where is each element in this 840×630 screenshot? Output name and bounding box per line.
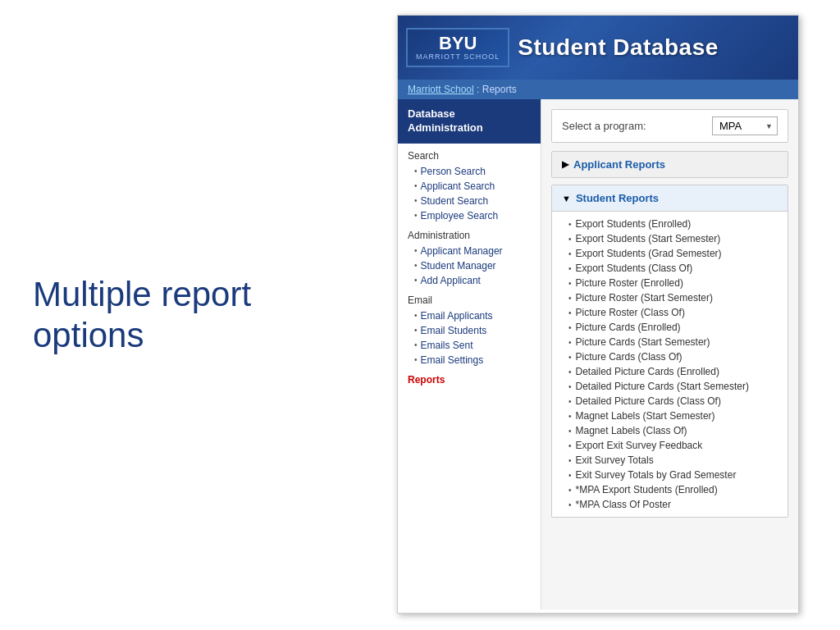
applicant-reports-section: ▶ Applicant Reports	[551, 151, 788, 178]
report-item-export-classof[interactable]: Export Students (Class Of)	[562, 261, 778, 276]
report-item-picture-cards-enrolled[interactable]: Picture Cards (Enrolled)	[562, 320, 778, 335]
student-reports-content: Export Students (Enrolled) Export Studen…	[552, 212, 788, 517]
program-selector: Select a program: MPA MBA MAcc MOB	[551, 109, 788, 143]
byu-text: BYU	[416, 34, 500, 52]
logo-area: BYU MARRIOTT SCHOOL Student Database	[406, 28, 719, 67]
report-item-picture-cards-start[interactable]: Picture Cards (Start Semester)	[562, 335, 778, 349]
report-item-mpa-export-enrolled[interactable]: *MPA Export Students (Enrolled)	[562, 482, 778, 497]
report-item-exit-survey-totals[interactable]: Exit Survey Totals	[562, 453, 778, 468]
sidebar-item-email-applicants[interactable]: Email Applicants	[398, 308, 541, 323]
sidebar-item-add-applicant[interactable]: Add Applicant	[398, 273, 541, 288]
report-item-detailed-classof[interactable]: Detailed Picture Cards (Class Of)	[562, 394, 778, 409]
report-item-mpa-classof-poster[interactable]: *MPA Class Of Poster	[562, 497, 778, 512]
sidebar-header: Database Administration	[398, 99, 541, 144]
sidebar-item-student-manager[interactable]: Student Manager	[398, 258, 541, 273]
report-item-export-start[interactable]: Export Students (Start Semester)	[562, 231, 778, 246]
main-panel: Select a program: MPA MBA MAcc MOB ▶ App…	[541, 99, 798, 609]
breadcrumb-link[interactable]: Marriott School	[408, 84, 474, 95]
report-item-magnet-classof[interactable]: Magnet Labels (Class Of)	[562, 423, 778, 438]
student-reports-header[interactable]: ▼ Student Reports	[552, 185, 788, 212]
report-item-export-exit-survey[interactable]: Export Exit Survey Feedback	[562, 438, 778, 453]
report-item-exit-survey-grad[interactable]: Exit Survey Totals by Grad Semester	[562, 468, 778, 482]
sidebar-item-applicant-manager[interactable]: Applicant Manager	[398, 244, 541, 258]
sidebar-item-applicant-search[interactable]: Applicant Search	[398, 179, 541, 194]
report-item-magnet-start[interactable]: Magnet Labels (Start Semester)	[562, 409, 778, 423]
student-reports-title: Student Reports	[576, 192, 659, 204]
sidebar-item-person-search[interactable]: Person Search	[398, 164, 541, 179]
sidebar-section-reports: Reports	[398, 368, 541, 388]
sidebar-section-search: Search	[398, 144, 541, 164]
breadcrumb-separator: :	[474, 84, 482, 95]
applicant-reports-title: Applicant Reports	[573, 158, 665, 171]
breadcrumb-current: Reports	[482, 84, 517, 95]
report-item-detailed-start[interactable]: Detailed Picture Cards (Start Semester)	[562, 379, 778, 394]
sidebar: Database Administration Search Person Se…	[398, 99, 541, 609]
applicant-arrow-icon: ▶	[562, 159, 568, 170]
report-item-export-enrolled[interactable]: Export Students (Enrolled)	[562, 217, 778, 231]
report-item-picture-roster-start[interactable]: Picture Roster (Start Semester)	[562, 290, 778, 305]
report-item-picture-roster-enrolled[interactable]: Picture Roster (Enrolled)	[562, 276, 778, 290]
program-label: Select a program:	[562, 120, 646, 132]
marriott-text: MARRIOTT SCHOOL	[416, 52, 500, 61]
left-panel: Multiple report options	[0, 0, 394, 630]
content-area: Database Administration Search Person Se…	[398, 99, 798, 609]
report-item-picture-cards-classof[interactable]: Picture Cards (Class Of)	[562, 349, 778, 364]
main-heading: Multiple report options	[33, 274, 361, 357]
report-item-export-grad[interactable]: Export Students (Grad Semester)	[562, 246, 778, 261]
student-reports-section: ▼ Student Reports Export Students (Enrol…	[551, 185, 788, 518]
breadcrumb: Marriott School : Reports	[398, 80, 798, 99]
sidebar-section-administration: Administration	[398, 223, 541, 244]
report-item-detailed-enrolled[interactable]: Detailed Picture Cards (Enrolled)	[562, 364, 778, 379]
sidebar-section-email: Email	[398, 288, 541, 308]
sidebar-item-email-settings[interactable]: Email Settings	[398, 353, 541, 368]
sidebar-item-employee-search[interactable]: Employee Search	[398, 208, 541, 223]
applicant-reports-header[interactable]: ▶ Applicant Reports	[552, 152, 788, 177]
student-arrow-icon: ▼	[562, 194, 571, 203]
app-header: BYU MARRIOTT SCHOOL Student Database	[398, 16, 798, 80]
app-title: Student Database	[518, 34, 719, 61]
sidebar-item-email-students[interactable]: Email Students	[398, 323, 541, 338]
program-select[interactable]: MPA MBA MAcc MOB	[712, 116, 778, 135]
sidebar-item-student-search[interactable]: Student Search	[398, 194, 541, 208]
byu-logo: BYU MARRIOTT SCHOOL	[406, 28, 509, 67]
app-window: BYU MARRIOTT SCHOOL Student Database Mar…	[397, 15, 799, 614]
report-item-picture-roster-classof[interactable]: Picture Roster (Class Of)	[562, 305, 778, 320]
sidebar-item-emails-sent[interactable]: Emails Sent	[398, 338, 541, 353]
select-wrapper[interactable]: MPA MBA MAcc MOB	[712, 116, 778, 135]
